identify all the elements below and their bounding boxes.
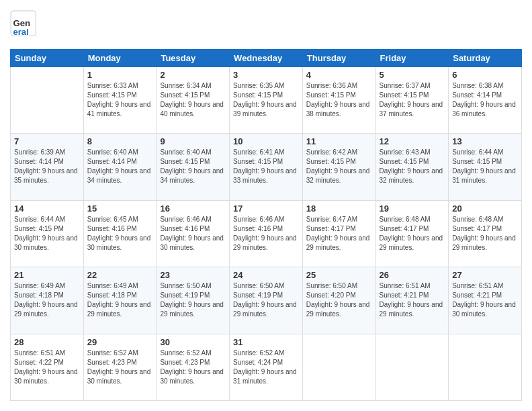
logo: Gen eral (10, 10, 42, 42)
day-number: 28 (14, 337, 80, 347)
calendar-week-2: 7Sunrise: 6:39 AMSunset: 4:14 PMDaylight… (11, 134, 522, 200)
day-number: 31 (233, 337, 299, 347)
day-info: Sunrise: 6:52 AMSunset: 4:23 PMDaylight:… (87, 349, 153, 386)
day-number: 7 (14, 136, 80, 146)
calendar-cell: 26Sunrise: 6:51 AMSunset: 4:21 PMDayligh… (375, 267, 449, 334)
day-number: 8 (87, 136, 153, 146)
day-number: 19 (380, 203, 445, 214)
day-info: Sunrise: 6:51 AMSunset: 4:21 PMDaylight:… (380, 281, 445, 319)
calendar-week-4: 21Sunrise: 6:49 AMSunset: 4:18 PMDayligh… (11, 267, 522, 334)
calendar-week-1: 1Sunrise: 6:33 AMSunset: 4:15 PMDaylight… (11, 67, 522, 134)
calendar-cell: 1Sunrise: 6:33 AMSunset: 4:15 PMDaylight… (83, 67, 157, 134)
calendar-cell: 8Sunrise: 6:40 AMSunset: 4:14 PMDaylight… (83, 134, 157, 200)
day-info: Sunrise: 6:44 AMSunset: 4:15 PMDaylight:… (452, 148, 518, 185)
day-number: 2 (160, 70, 226, 80)
calendar-cell: 3Sunrise: 6:35 AMSunset: 4:15 PMDaylight… (230, 67, 303, 134)
day-info: Sunrise: 6:46 AMSunset: 4:16 PMDaylight:… (233, 215, 299, 253)
day-number: 5 (380, 70, 445, 80)
day-info: Sunrise: 6:50 AMSunset: 4:20 PMDaylight:… (306, 281, 372, 319)
header-day-friday: Friday (375, 50, 449, 67)
calendar-cell: 4Sunrise: 6:36 AMSunset: 4:15 PMDaylight… (302, 67, 375, 134)
day-info: Sunrise: 6:50 AMSunset: 4:19 PMDaylight:… (233, 281, 299, 319)
calendar-cell: 16Sunrise: 6:46 AMSunset: 4:16 PMDayligh… (157, 200, 230, 267)
logo-icon: Gen eral (10, 10, 40, 40)
day-number: 24 (233, 270, 299, 280)
day-number: 16 (160, 203, 226, 214)
day-info: Sunrise: 6:45 AMSunset: 4:16 PMDaylight:… (87, 215, 153, 253)
calendar-cell (11, 67, 84, 134)
day-number: 20 (452, 203, 518, 214)
calendar-cell: 24Sunrise: 6:50 AMSunset: 4:19 PMDayligh… (230, 267, 303, 334)
calendar-cell: 17Sunrise: 6:46 AMSunset: 4:16 PMDayligh… (230, 200, 303, 267)
day-info: Sunrise: 6:50 AMSunset: 4:19 PMDaylight:… (160, 281, 226, 319)
day-info: Sunrise: 6:37 AMSunset: 4:15 PMDaylight:… (380, 81, 445, 119)
day-number: 9 (160, 136, 226, 146)
day-info: Sunrise: 6:49 AMSunset: 4:18 PMDaylight:… (87, 281, 153, 319)
day-number: 23 (160, 270, 226, 280)
day-info: Sunrise: 6:46 AMSunset: 4:16 PMDaylight:… (160, 215, 226, 253)
calendar-table: SundayMondayTuesdayWednesdayThursdayFrid… (10, 49, 522, 401)
day-info: Sunrise: 6:41 AMSunset: 4:15 PMDaylight:… (233, 148, 299, 185)
calendar-cell (449, 334, 522, 400)
day-number: 13 (452, 136, 518, 146)
calendar-cell: 21Sunrise: 6:49 AMSunset: 4:18 PMDayligh… (11, 267, 84, 334)
header-day-saturday: Saturday (449, 50, 522, 67)
calendar-cell: 9Sunrise: 6:40 AMSunset: 4:15 PMDaylight… (157, 134, 230, 200)
calendar-cell: 31Sunrise: 6:52 AMSunset: 4:24 PMDayligh… (230, 334, 303, 400)
day-number: 11 (306, 136, 372, 146)
calendar-cell: 13Sunrise: 6:44 AMSunset: 4:15 PMDayligh… (449, 134, 522, 200)
calendar-cell: 18Sunrise: 6:47 AMSunset: 4:17 PMDayligh… (302, 200, 375, 267)
calendar-cell: 11Sunrise: 6:42 AMSunset: 4:15 PMDayligh… (302, 134, 375, 200)
day-number: 29 (87, 337, 153, 347)
day-number: 27 (452, 270, 518, 280)
calendar-cell: 23Sunrise: 6:50 AMSunset: 4:19 PMDayligh… (157, 267, 230, 334)
calendar-cell: 25Sunrise: 6:50 AMSunset: 4:20 PMDayligh… (302, 267, 375, 334)
calendar-cell: 14Sunrise: 6:44 AMSunset: 4:15 PMDayligh… (11, 200, 84, 267)
day-info: Sunrise: 6:44 AMSunset: 4:15 PMDaylight:… (14, 215, 80, 253)
day-number: 3 (233, 70, 299, 80)
day-number: 21 (14, 270, 80, 280)
calendar-cell: 10Sunrise: 6:41 AMSunset: 4:15 PMDayligh… (230, 134, 303, 200)
day-number: 25 (306, 270, 372, 280)
svg-text:eral: eral (13, 27, 28, 37)
header-day-thursday: Thursday (302, 50, 375, 67)
day-number: 18 (306, 203, 372, 214)
day-number: 1 (87, 70, 153, 80)
header-day-wednesday: Wednesday (230, 50, 303, 67)
calendar-cell: 2Sunrise: 6:34 AMSunset: 4:15 PMDaylight… (157, 67, 230, 134)
calendar-week-5: 28Sunrise: 6:51 AMSunset: 4:22 PMDayligh… (11, 334, 522, 400)
day-info: Sunrise: 6:34 AMSunset: 4:15 PMDaylight:… (160, 81, 226, 119)
calendar-cell: 20Sunrise: 6:48 AMSunset: 4:17 PMDayligh… (449, 200, 522, 267)
day-info: Sunrise: 6:51 AMSunset: 4:22 PMDaylight:… (14, 349, 80, 386)
calendar-header-row: SundayMondayTuesdayWednesdayThursdayFrid… (11, 50, 522, 67)
day-info: Sunrise: 6:47 AMSunset: 4:17 PMDaylight:… (306, 215, 372, 253)
day-number: 10 (233, 136, 299, 146)
header-day-sunday: Sunday (11, 50, 84, 67)
header-day-monday: Monday (83, 50, 157, 67)
day-info: Sunrise: 6:39 AMSunset: 4:14 PMDaylight:… (14, 148, 80, 185)
day-number: 12 (380, 136, 445, 146)
calendar-cell: 19Sunrise: 6:48 AMSunset: 4:17 PMDayligh… (375, 200, 449, 267)
day-number: 6 (452, 70, 518, 80)
day-number: 22 (87, 270, 153, 280)
day-info: Sunrise: 6:42 AMSunset: 4:15 PMDaylight:… (306, 148, 372, 185)
day-info: Sunrise: 6:52 AMSunset: 4:24 PMDaylight:… (233, 349, 299, 386)
calendar-cell (375, 334, 449, 400)
day-info: Sunrise: 6:40 AMSunset: 4:15 PMDaylight:… (160, 148, 226, 185)
day-info: Sunrise: 6:36 AMSunset: 4:15 PMDaylight:… (306, 81, 372, 119)
calendar-week-3: 14Sunrise: 6:44 AMSunset: 4:15 PMDayligh… (11, 200, 522, 267)
calendar-cell: 7Sunrise: 6:39 AMSunset: 4:14 PMDaylight… (11, 134, 84, 200)
day-number: 30 (160, 337, 226, 347)
day-number: 15 (87, 203, 153, 214)
calendar-cell: 27Sunrise: 6:51 AMSunset: 4:21 PMDayligh… (449, 267, 522, 334)
day-number: 17 (233, 203, 299, 214)
calendar-cell: 12Sunrise: 6:43 AMSunset: 4:15 PMDayligh… (375, 134, 449, 200)
day-number: 26 (380, 270, 445, 280)
calendar-cell: 30Sunrise: 6:52 AMSunset: 4:23 PMDayligh… (157, 334, 230, 400)
day-info: Sunrise: 6:49 AMSunset: 4:18 PMDaylight:… (14, 281, 80, 319)
page: Gen eral SundayMondayTuesdayWednesdayThu… (0, 0, 532, 411)
day-info: Sunrise: 6:48 AMSunset: 4:17 PMDaylight:… (452, 215, 518, 253)
calendar-cell: 29Sunrise: 6:52 AMSunset: 4:23 PMDayligh… (83, 334, 157, 400)
calendar-cell: 15Sunrise: 6:45 AMSunset: 4:16 PMDayligh… (83, 200, 157, 267)
day-info: Sunrise: 6:52 AMSunset: 4:23 PMDaylight:… (160, 349, 226, 386)
